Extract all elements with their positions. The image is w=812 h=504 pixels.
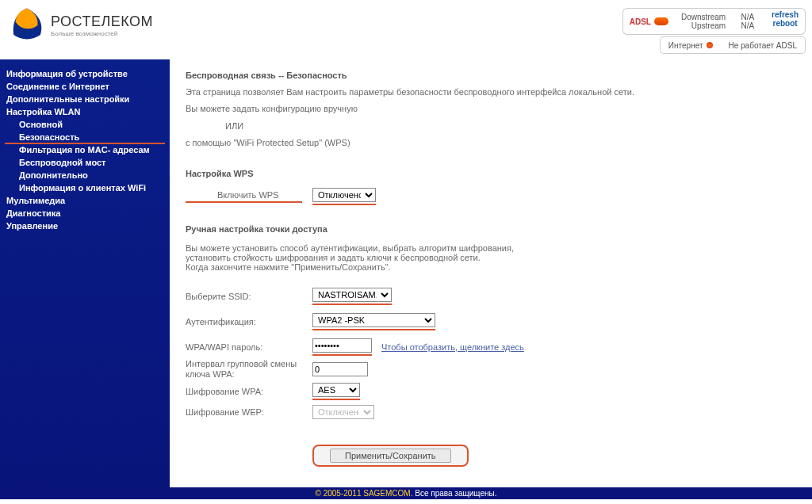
brand-title: РОСТЕЛЕКОМ (51, 13, 153, 30)
nav-wlan-mac[interactable]: Фильтрация по MAC- адресам (0, 143, 170, 156)
nav-wlan-extra[interactable]: Дополнительно (0, 169, 170, 181)
wep-enc-label: Шифрование WEP: (186, 407, 312, 417)
adsl-status: ADSL (622, 8, 675, 35)
downstream-value: N/A (733, 13, 754, 21)
nav-diagnostics[interactable]: Диагностика (0, 207, 170, 220)
wpa-enc-label: Шифрование WPA: (186, 387, 312, 396)
status-dot-icon (707, 42, 713, 48)
page-title: Беспроводная связь -- Безопасность (186, 71, 796, 80)
intro-or: ИЛИ (186, 120, 796, 132)
manual-heading: Ручная настройка точки доступа (186, 224, 796, 234)
action-links: refresh reboot (765, 8, 806, 35)
internet-label-pill: Интернет (660, 36, 721, 54)
content-area: Беспроводная связь -- Безопасность Эта с… (170, 59, 812, 487)
ssid-select[interactable]: NASTROISAM.RU (312, 288, 392, 302)
nav-device-info[interactable]: Информация об устройстве (0, 67, 170, 80)
wps-enable-label: Включить WPS (186, 190, 312, 203)
nav-management[interactable]: Управление (0, 220, 170, 232)
intro-text-1: Эта страница позволяет Вам настроить пар… (186, 86, 796, 98)
password-label: WPA/WAPI пароль: (186, 342, 312, 352)
stream-values: Downstream N/A Upstream N/A (675, 8, 765, 35)
adsl-label: ADSL (630, 17, 651, 26)
show-password-link[interactable]: Чтобы отобразить, щелкните здесь (381, 342, 524, 352)
wpa-enc-select[interactable]: AES (312, 383, 360, 397)
refresh-link[interactable]: refresh (772, 10, 799, 19)
password-input[interactable] (312, 338, 372, 353)
nav-wlan-bridge[interactable]: Беспроводной мост (0, 156, 170, 169)
internet-status-pill: Не работает ADSL (721, 36, 806, 54)
sidebar-nav: Информация об устройстве Соединение с Ин… (0, 59, 170, 487)
upstream-value: N/A (733, 21, 754, 30)
intro-text-2: Вы можете задать конфигурацию вручную (186, 103, 796, 115)
upstream-label: Upstream (691, 21, 726, 30)
apply-save-button[interactable]: Применить/Сохранить (312, 445, 469, 467)
manual-text-1: Вы можете установить способ аутентификац… (186, 243, 796, 253)
intro-text-4: с помощью "WiFi Protected Setup" (WPS) (186, 137, 796, 149)
downstream-label: Downstream (681, 13, 726, 21)
nav-wlan-security[interactable]: Безопасность (0, 131, 170, 143)
rekey-input[interactable] (312, 362, 368, 376)
wps-enable-select[interactable]: Отключено (312, 188, 376, 202)
nav-multimedia[interactable]: Мультимедиа (0, 194, 170, 207)
manual-text-2: установить стойкость шифрования и задать… (186, 253, 796, 262)
ssid-label: Выберите SSID: (186, 292, 312, 301)
brand-subtitle: Больше возможностей (51, 30, 153, 37)
nav-advanced[interactable]: Дополнительные настройки (0, 93, 170, 105)
reboot-link[interactable]: reboot (772, 19, 797, 28)
nav-connection[interactable]: Соединение с Интернет (0, 80, 170, 93)
nav-wlan-basic[interactable]: Основной (0, 118, 170, 131)
footer: © 2005-2011 SAGEMCOM. Все права защищены… (0, 487, 812, 499)
nav-wlan[interactable]: Настройка WLAN (0, 105, 170, 118)
manual-text-3: Когда закончите нажмите "Применить/Сохра… (186, 262, 796, 272)
brand-logo: РОСТЕЛЕКОМ Больше возможностей (8, 6, 153, 44)
auth-select[interactable]: WPA2 -PSK (312, 313, 435, 327)
auth-label: Аутентификация: (186, 317, 312, 326)
adsl-badge-icon (654, 17, 668, 25)
wep-enc-select: Отключено (312, 405, 374, 419)
status-panel: ADSL Downstream N/A Upstream N/A refresh… (622, 8, 806, 54)
wps-heading: Настройка WPS (186, 169, 796, 178)
rekey-label: Интервал групповой смены ключа WPA: (186, 359, 312, 380)
rostelecom-icon (8, 6, 46, 44)
nav-wlan-clients[interactable]: Информация о клиентах WiFi (0, 181, 170, 194)
